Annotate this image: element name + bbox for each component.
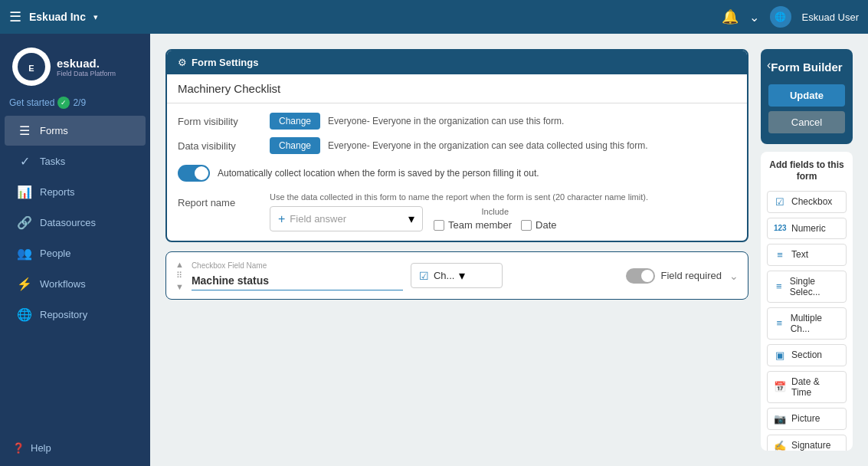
sidebar-item-label: Datasources (40, 217, 96, 228)
multiple-choice-label: Multiple Ch... (791, 313, 840, 334)
logo-text: eskuad. (57, 57, 116, 70)
get-started-label: Get started (9, 97, 54, 108)
single-select-label: Single Selec... (790, 276, 840, 297)
section-icon: ▣ (774, 350, 786, 361)
numeric-label: Numeric (791, 223, 826, 234)
company-chevron-icon[interactable]: ▾ (93, 12, 98, 22)
auto-collect-row: Automatically collect location when the … (178, 162, 736, 185)
hamburger-icon[interactable]: ☰ (9, 8, 21, 25)
sidebar-item-tasks[interactable]: ✓ Tasks (5, 146, 146, 176)
logo-text-block: eskuad. Field Data Platform (57, 57, 116, 77)
field-answer-placeholder: Field answer (290, 213, 404, 225)
add-picture-button[interactable]: 📷 Picture (767, 408, 847, 430)
logo-svg: E (16, 51, 47, 82)
field-card: ▲ ⠿ ▼ Checkbox Field Name ☑ Ch... ▾ (165, 251, 748, 300)
sidebar-item-reports[interactable]: 📊 Reports (5, 177, 146, 207)
single-select-icon: ≡ (774, 281, 784, 292)
form-visibility-desc: Everyone- Everyone in the organization c… (328, 116, 564, 126)
repository-icon: 🌐 (17, 307, 32, 322)
add-multiple-choice-button[interactable]: ≡ Multiple Ch... (767, 307, 847, 340)
logo-mark: E (12, 48, 51, 86)
picture-label: Picture (791, 413, 820, 424)
svg-text:E: E (28, 64, 34, 73)
sidebar-item-label: Tasks (40, 156, 65, 167)
form-builder-card: ‹ Form Builder Update Cancel (761, 49, 853, 144)
sidebar-nav: ☰ Forms ✓ Tasks 📊 Reports 🔗 Datasources … (0, 115, 150, 430)
report-name-label: Report name (178, 192, 262, 208)
field-name-label: Checkbox Field Name (192, 261, 403, 270)
field-expand-icon[interactable]: ⌄ (729, 270, 739, 282)
field-type-dropdown[interactable]: ☑ Ch... ▾ (411, 263, 503, 288)
form-settings-header: ⚙ Form Settings (167, 51, 747, 74)
add-numeric-button[interactable]: 123 Numeric (767, 218, 847, 239)
settings-icon: ⚙ (178, 57, 187, 68)
date-checkbox-item[interactable]: Date (521, 219, 556, 231)
main-layout: E eskuad. Field Data Platform Get starte… (0, 34, 868, 466)
sidebar-item-label: Forms (40, 125, 68, 136)
team-member-checkbox[interactable] (434, 220, 444, 231)
auto-collect-toggle[interactable] (178, 165, 210, 182)
datasources-icon: 🔗 (17, 215, 32, 230)
add-text-button[interactable]: ≡ Text (767, 244, 847, 266)
plus-icon: + (278, 212, 285, 226)
workflows-icon: ⚡ (17, 277, 32, 291)
sidebar-item-label: Reports (40, 186, 75, 198)
get-started[interactable]: Get started ✓ 2/9 (9, 97, 141, 109)
add-date-time-button[interactable]: 📅 Date & Time (767, 371, 847, 403)
field-required-toggle[interactable] (626, 268, 655, 284)
top-nav-right: 🔔 ⌄ 🌐 Eskuad User (722, 6, 859, 28)
sidebar-help[interactable]: ❓ Help (0, 430, 150, 466)
date-checkbox[interactable] (521, 220, 532, 231)
field-answer-dropdown[interactable]: + Field answer ▾ (270, 206, 423, 231)
arrow-down-icon[interactable]: ▼ (175, 282, 184, 291)
form-title-input[interactable] (167, 74, 747, 103)
section-label: Section (791, 350, 822, 360)
sidebar-item-datasources[interactable]: 🔗 Datasources (5, 208, 146, 238)
top-nav-left: ☰ Eskuad Inc ▾ (9, 8, 98, 25)
form-visibility-change-button[interactable]: Change (270, 113, 320, 130)
sidebar-item-workflows[interactable]: ⚡ Workflows (5, 269, 146, 299)
arrow-up-icon[interactable]: ▲ (175, 260, 184, 269)
sidebar-item-repository[interactable]: 🌐 Repository (5, 300, 146, 330)
add-single-select-button[interactable]: ≡ Single Selec... (767, 271, 847, 303)
field-arrows[interactable]: ▲ ⠿ ▼ (175, 260, 184, 291)
numeric-icon: 123 (774, 224, 786, 232)
report-field-row: + Field answer ▾ Include Te (270, 206, 736, 231)
sidebar-item-forms[interactable]: ☰ Forms (5, 116, 146, 146)
team-member-label: Team member (448, 219, 512, 231)
sidebar-item-label: Workflows (40, 278, 86, 290)
update-button[interactable]: Update (768, 84, 845, 107)
sidebar-logo: E eskuad. Field Data Platform (0, 34, 150, 97)
auto-collect-label: Automatically collect location when the … (218, 168, 539, 179)
data-visibility-change-button[interactable]: Change (270, 137, 320, 154)
cancel-button[interactable]: Cancel (768, 111, 845, 133)
include-checkboxes: Team member Date (434, 219, 557, 231)
drag-handle-icon[interactable]: ⠿ (176, 271, 182, 281)
date-label: Date (536, 219, 556, 231)
tasks-icon: ✓ (17, 154, 32, 169)
report-name-right: Use the data collected in this form to n… (270, 192, 736, 231)
field-name-wrapper: Checkbox Field Name (192, 261, 403, 290)
help-circle-icon: ❓ (12, 442, 25, 454)
reports-icon: 📊 (17, 185, 32, 199)
bell-icon[interactable]: 🔔 (722, 8, 739, 25)
report-name-desc: Use the data collected in this form to n… (270, 192, 736, 202)
signature-label: Signature (791, 440, 830, 451)
date-time-icon: 📅 (774, 381, 786, 392)
content-area: ⚙ Form Settings Form visibility Change E… (150, 34, 868, 466)
user-avatar[interactable]: 🌐 (770, 6, 791, 28)
nav-chevron-icon[interactable]: ⌄ (749, 10, 759, 25)
text-icon: ≡ (774, 249, 786, 261)
add-checkbox-button[interactable]: ☑ Checkbox (767, 191, 847, 213)
team-member-checkbox-item[interactable]: Team member (434, 219, 512, 231)
add-fields-title: Add fields to this form (767, 159, 847, 183)
logo-sub: Field Data Platform (57, 70, 116, 77)
sidebar-item-people[interactable]: 👥 People (5, 238, 146, 268)
add-section-button[interactable]: ▣ Section (767, 344, 847, 366)
back-icon[interactable]: ‹ (767, 58, 771, 72)
data-visibility-label: Data visibility (178, 140, 262, 152)
picture-icon: 📷 (774, 413, 786, 425)
add-signature-button[interactable]: ✍ Signature (767, 435, 847, 451)
field-name-input[interactable] (192, 271, 403, 290)
type-dropdown-arrow-icon: ▾ (459, 268, 465, 283)
